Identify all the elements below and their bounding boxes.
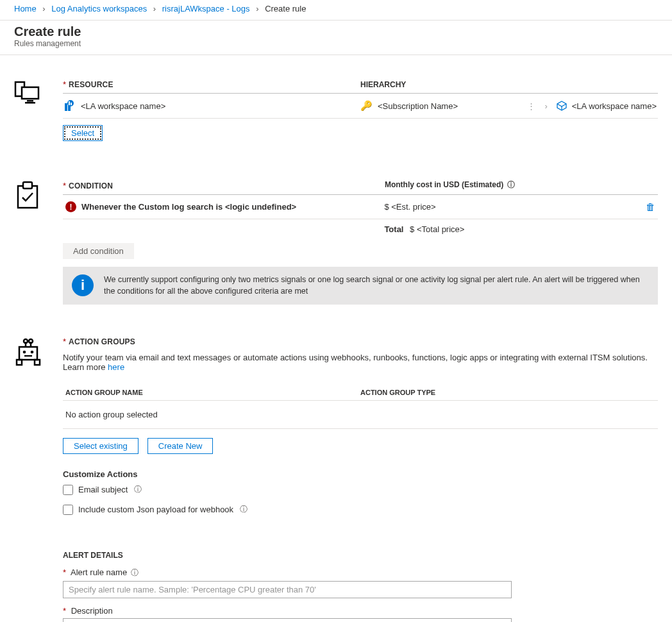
add-condition-button: Add condition	[63, 243, 134, 259]
cost-title: Monthly cost in USD (Estimated)	[385, 180, 503, 189]
svg-rect-7	[69, 101, 70, 105]
ag-empty-message: No action group selected	[63, 401, 658, 429]
ag-column-name: ACTION GROUP NAME	[65, 389, 360, 396]
ag-column-type: ACTION GROUP TYPE	[360, 389, 655, 396]
condition-row-text[interactable]: Whenever the Custom log search is <logic…	[81, 202, 296, 212]
description-label: Description	[71, 606, 113, 616]
breadcrumb-current: Create rule	[265, 4, 306, 13]
est-price-prefix: $	[384, 202, 389, 212]
svg-point-21	[31, 351, 34, 354]
breadcrumb: Home › Log Analytics workspaces › risraj…	[0, 0, 672, 21]
svg-rect-2	[27, 100, 33, 102]
action-groups-description: Notify your team via email and text mess…	[63, 353, 648, 372]
info-icon: i	[72, 274, 94, 296]
info-icon[interactable]: ⓘ	[507, 180, 515, 189]
alert-rule-name-label: Alert rule name	[71, 567, 127, 577]
create-new-button[interactable]: Create New	[147, 438, 214, 454]
resource-workspace-name: <LA workspace name>	[81, 101, 165, 111]
svg-rect-15	[35, 360, 40, 365]
svg-rect-12	[23, 182, 32, 189]
svg-point-20	[23, 351, 26, 354]
info-icon[interactable]: ⓘ	[134, 484, 142, 495]
est-price: <Est. price>	[391, 202, 435, 212]
svg-rect-8	[71, 103, 72, 105]
svg-rect-13	[19, 347, 37, 360]
resource-section-title: RESOURCE	[69, 80, 113, 89]
info-banner-text: We currently support configuring only tw…	[104, 274, 649, 297]
email-subject-checkbox[interactable]	[63, 485, 73, 495]
page-header: Create rule Rules management	[0, 21, 672, 55]
delete-condition-button[interactable]: 🗑	[646, 201, 655, 212]
ellipsis-icon: ⋮	[527, 101, 535, 111]
resource-section-icon	[14, 80, 63, 105]
learn-more-link[interactable]: here	[108, 362, 124, 372]
breadcrumb-home[interactable]: Home	[14, 4, 37, 13]
select-existing-button[interactable]: Select existing	[63, 438, 139, 454]
subscription-name: <Subscription Name>	[378, 101, 458, 111]
page-title: Create rule	[14, 24, 658, 39]
svg-point-18	[24, 339, 28, 343]
include-json-checkbox[interactable]	[63, 505, 73, 515]
cube-icon	[557, 101, 567, 111]
key-icon: 🔑	[360, 100, 373, 112]
total-price-prefix: $	[410, 224, 414, 234]
info-icon[interactable]: ⓘ	[240, 504, 248, 515]
condition-section-icon	[14, 180, 63, 210]
hierarchy-workspace-name: <LA workspace name>	[572, 101, 657, 111]
svg-point-19	[29, 339, 33, 343]
alert-rule-name-input[interactable]	[63, 581, 512, 598]
chevron-right-icon: ›	[153, 4, 156, 13]
svg-rect-3	[25, 102, 35, 104]
svg-rect-14	[17, 360, 22, 365]
total-price: <Total price>	[417, 224, 464, 234]
alert-error-icon: !	[65, 201, 76, 212]
condition-section-title: CONDITION	[69, 181, 113, 190]
breadcrumb-workspace-logs[interactable]: risrajLAWkspace - Logs	[162, 4, 250, 13]
page-subtitle: Rules management	[14, 39, 658, 48]
workspace-icon	[64, 100, 76, 112]
include-json-label: Include custom Json payload for webhook	[78, 505, 233, 514]
chevron-right-icon: ›	[544, 101, 547, 111]
total-label: Total	[384, 224, 403, 234]
select-resource-button[interactable]: Select	[63, 125, 103, 141]
breadcrumb-workspaces[interactable]: Log Analytics workspaces	[51, 4, 147, 13]
action-groups-section-title: ACTION GROUPS	[69, 337, 135, 346]
info-banner: i We currently support configuring only …	[63, 267, 658, 305]
chevron-right-icon: ›	[256, 4, 258, 13]
svg-rect-4	[65, 103, 67, 111]
action-groups-section-icon	[14, 337, 63, 366]
description-input[interactable]	[63, 618, 512, 622]
hierarchy-title: HIERARCHY	[360, 80, 658, 89]
email-subject-label: Email subject	[78, 485, 128, 494]
customize-actions-title: Customize Actions	[63, 469, 658, 479]
alert-details-title: ALERT DETAILS	[63, 551, 658, 560]
chevron-right-icon: ›	[42, 4, 45, 13]
svg-rect-1	[22, 87, 38, 99]
info-icon[interactable]: ⓘ	[131, 568, 139, 577]
